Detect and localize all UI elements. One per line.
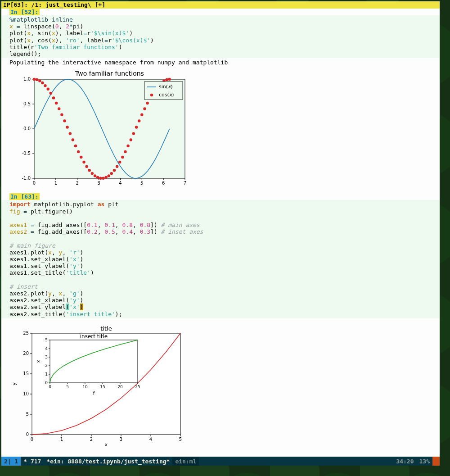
svg-point-30 xyxy=(38,80,41,82)
svg-point-49 xyxy=(91,172,94,175)
svg-text:0: 0 xyxy=(49,385,51,389)
svg-point-81 xyxy=(150,94,153,96)
svg-text:y: y xyxy=(11,382,17,385)
svg-point-34 xyxy=(50,92,52,95)
svg-point-46 xyxy=(82,161,85,163)
svg-text:y: y xyxy=(93,390,95,394)
modeline: 2| 1 * 717 *ein: 8888/test.ipynb/just_te… xyxy=(1,457,440,466)
svg-text:sin(x): sin(x) xyxy=(159,84,173,90)
svg-text:title: title xyxy=(100,325,112,332)
workspace-indicator: 2| 1 xyxy=(1,457,21,466)
svg-text:10: 10 xyxy=(82,385,88,389)
svg-text:-0.5: -0.5 xyxy=(22,151,31,156)
svg-point-65 xyxy=(135,126,138,129)
svg-point-42 xyxy=(72,139,74,141)
svg-text:2: 2 xyxy=(90,437,93,442)
svg-text:1: 1 xyxy=(45,372,48,376)
svg-text:5: 5 xyxy=(179,437,182,442)
svg-text:5: 5 xyxy=(26,412,29,417)
svg-point-67 xyxy=(140,113,143,116)
svg-point-77 xyxy=(168,78,171,81)
svg-text:1: 1 xyxy=(54,181,57,186)
svg-text:5: 5 xyxy=(45,338,48,342)
svg-point-57 xyxy=(113,169,116,172)
svg-text:15: 15 xyxy=(100,385,105,389)
svg-point-40 xyxy=(66,126,68,129)
svg-point-31 xyxy=(41,82,44,84)
svg-text:x: x xyxy=(36,360,41,363)
svg-text:cos(x): cos(x) xyxy=(159,92,174,98)
svg-point-35 xyxy=(52,97,55,100)
svg-point-68 xyxy=(143,108,146,110)
svg-point-33 xyxy=(47,88,50,91)
svg-text:4: 4 xyxy=(45,346,48,351)
svg-point-52 xyxy=(99,177,102,180)
svg-point-28 xyxy=(33,78,36,81)
svg-text:3: 3 xyxy=(97,181,100,186)
major-mode: ein:ml xyxy=(172,457,199,466)
svg-point-62 xyxy=(126,145,129,147)
svg-text:2: 2 xyxy=(45,363,48,368)
svg-text:0: 0 xyxy=(33,181,36,186)
svg-point-36 xyxy=(55,102,58,104)
svg-point-39 xyxy=(63,120,66,122)
svg-text:insert title: insert title xyxy=(80,333,108,340)
svg-text:20: 20 xyxy=(117,385,123,389)
svg-point-69 xyxy=(146,102,148,104)
svg-point-29 xyxy=(36,78,38,81)
svg-text:0: 0 xyxy=(45,381,48,385)
svg-point-76 xyxy=(165,78,168,81)
svg-point-48 xyxy=(88,169,91,172)
svg-point-66 xyxy=(138,120,140,122)
svg-text:1: 1 xyxy=(60,437,63,442)
cell-52-output: Populating the interactive namespace fro… xyxy=(1,58,440,67)
svg-point-59 xyxy=(118,161,121,163)
chart-two-familiar-functions: Two familiar functions01234567-1.0-0.50.… xyxy=(1,67,440,193)
status-end-block xyxy=(432,457,440,466)
svg-text:5: 5 xyxy=(66,385,69,389)
svg-text:15: 15 xyxy=(23,371,29,376)
cursor-position: 34:20 xyxy=(393,457,416,466)
svg-text:10: 10 xyxy=(23,391,29,396)
svg-point-51 xyxy=(96,176,99,179)
svg-text:0: 0 xyxy=(31,437,33,442)
svg-point-61 xyxy=(124,150,126,153)
svg-text:0.5: 0.5 xyxy=(23,101,31,106)
svg-point-41 xyxy=(69,132,72,135)
code-cell-52[interactable]: %matplotlib inline x = linspace(0, 2*pi)… xyxy=(1,15,440,58)
svg-point-37 xyxy=(58,108,60,110)
svg-text:-1.0: -1.0 xyxy=(22,176,31,181)
svg-text:0.0: 0.0 xyxy=(23,126,31,131)
svg-text:1.0: 1.0 xyxy=(23,77,31,82)
svg-point-32 xyxy=(44,84,46,87)
svg-text:25: 25 xyxy=(23,331,29,335)
svg-text:3: 3 xyxy=(120,437,122,442)
svg-point-47 xyxy=(85,165,88,168)
svg-point-54 xyxy=(104,176,107,179)
buffer-name: *ein: 8888/test.ipynb/just_testing* xyxy=(44,457,172,466)
svg-text:0: 0 xyxy=(26,432,29,437)
svg-point-53 xyxy=(102,177,104,180)
svg-point-63 xyxy=(130,139,132,141)
svg-text:6: 6 xyxy=(162,181,165,186)
svg-text:Two familiar functions: Two familiar functions xyxy=(75,70,144,77)
svg-text:5: 5 xyxy=(140,181,143,186)
svg-point-64 xyxy=(132,132,135,135)
scroll-percentage: 13% xyxy=(417,457,432,466)
svg-rect-111 xyxy=(50,340,138,383)
input-prompt-52: In [52]: xyxy=(9,9,40,15)
svg-point-60 xyxy=(121,156,124,159)
svg-text:x: x xyxy=(105,442,108,448)
svg-text:3: 3 xyxy=(45,355,48,359)
modified-indicator: * 717 xyxy=(21,457,44,466)
chart-title-with-inset: title0123450510152025xyinsert title05101… xyxy=(1,318,440,454)
svg-text:7: 7 xyxy=(184,181,186,186)
code-cell-63[interactable]: import matplotlib.pyplot as plt fig = pl… xyxy=(1,200,440,318)
svg-text:25: 25 xyxy=(135,385,140,389)
svg-point-56 xyxy=(110,172,113,175)
window-title: IP[63]: /1: just_testing\ [+] xyxy=(1,1,440,9)
svg-text:20: 20 xyxy=(23,351,29,356)
svg-point-43 xyxy=(74,145,77,147)
svg-point-38 xyxy=(60,113,63,116)
svg-point-45 xyxy=(80,156,82,159)
